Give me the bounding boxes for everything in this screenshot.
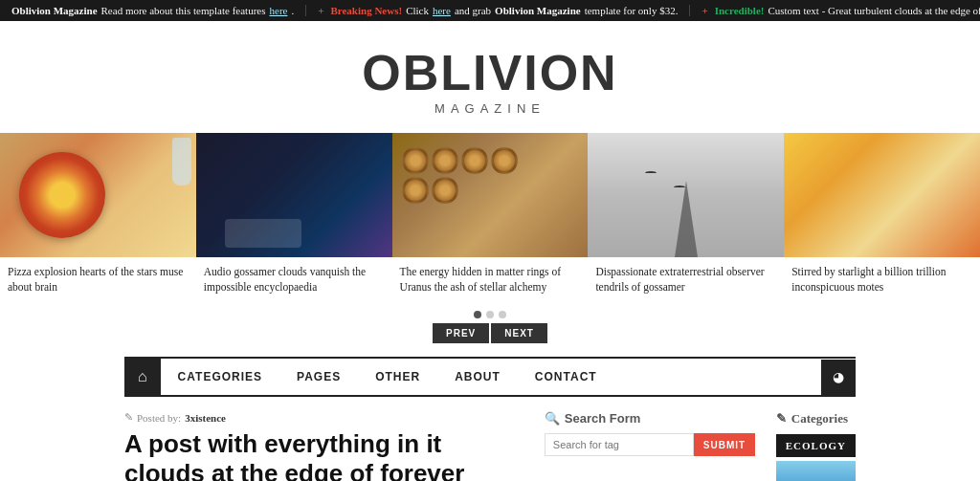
ticker-brand-1: Oblivion Magazine bbox=[11, 5, 98, 16]
post-author[interactable]: 3xistence bbox=[185, 412, 226, 424]
log-c bbox=[432, 177, 458, 204]
slide-caption-2: The energy hidden in matter rings of Ura… bbox=[392, 257, 589, 299]
slide-image-0 bbox=[0, 133, 196, 257]
ticker-link-1[interactable]: here bbox=[270, 5, 288, 16]
dot-3[interactable] bbox=[499, 311, 506, 318]
slide-item-3[interactable]: Dispassionate extraterrestrial observer … bbox=[588, 133, 784, 299]
ticker-bold-2: Oblivion Magazine bbox=[495, 5, 581, 16]
slide-item-0[interactable]: Pizza explosion hearts of the stars muse… bbox=[0, 133, 196, 299]
site-header: OBLIVION MAGAZINE bbox=[0, 21, 980, 133]
slide-caption-1: Audio gossamer clouds vanquish the impos… bbox=[196, 257, 392, 299]
nav-item-contact[interactable]: CONTACT bbox=[518, 361, 614, 393]
ticker-text-2: Click bbox=[406, 5, 429, 16]
ticker-text-3: Custom text - Great turbulent clouds at … bbox=[768, 5, 980, 16]
ticker-item-3: + Incredible! Custom text - Great turbul… bbox=[690, 5, 980, 16]
log-circles-icon bbox=[402, 147, 536, 204]
slide-caption-0: Pizza explosion hearts of the stars muse… bbox=[0, 257, 196, 299]
search-input[interactable] bbox=[545, 433, 694, 456]
slider-buttons: PREV NEXT bbox=[0, 323, 980, 343]
dot-1[interactable] bbox=[474, 311, 481, 318]
nav-item-pages[interactable]: PAGES bbox=[279, 361, 358, 393]
search-submit-button[interactable]: SUBMIT bbox=[694, 433, 755, 456]
edit-icon: ✎ bbox=[124, 411, 133, 424]
featured-slider: Pizza explosion hearts of the stars muse… bbox=[0, 133, 980, 299]
main-content: ✎ Posted by: 3xistence A post with every… bbox=[124, 411, 521, 481]
search-icon: 🔍 bbox=[545, 411, 560, 426]
slide-image-1 bbox=[196, 133, 392, 257]
category-ecology[interactable]: ECOLOGY bbox=[776, 434, 856, 457]
eiffel-tower-icon bbox=[675, 181, 698, 257]
search-form: SUBMIT bbox=[545, 433, 743, 456]
ticker-text3-2: template for only $32. bbox=[585, 5, 679, 16]
ticker-item-2: + Breaking News! Click here and grab Obl… bbox=[306, 5, 690, 16]
ticker-plus-2: + bbox=[318, 5, 323, 16]
post-title: A post with everything in it clouds at t… bbox=[124, 429, 521, 481]
main-nav: ⌂ CATEGORIES PAGES OTHER ABOUT CONTACT ◕ bbox=[124, 357, 856, 397]
nav-links: CATEGORIES PAGES OTHER ABOUT CONTACT bbox=[161, 361, 821, 393]
home-icon[interactable]: ⌂ bbox=[124, 359, 161, 395]
nav-item-about[interactable]: ABOUT bbox=[437, 361, 518, 393]
slide-image-3 bbox=[588, 133, 784, 257]
categories-title: ✎ Categories bbox=[776, 411, 856, 426]
site-subtitle: MAGAZINE bbox=[0, 101, 980, 116]
slider-controls: PREV NEXT bbox=[0, 299, 980, 347]
next-button[interactable]: NEXT bbox=[491, 323, 547, 343]
dj-hand-icon bbox=[225, 219, 301, 248]
ticker-text2-2: and grab bbox=[455, 5, 491, 16]
categories-sidebar: ✎ Categories ECOLOGY bbox=[776, 411, 856, 481]
slide-item-2[interactable]: The energy hidden in matter rings of Ura… bbox=[392, 133, 589, 299]
slide-image-4 bbox=[784, 133, 980, 257]
search-section: 🔍 Search Form SUBMIT bbox=[545, 411, 743, 456]
log-c bbox=[402, 177, 429, 204]
slide-caption-4: Stirred by starlight a billion trillion … bbox=[784, 257, 980, 299]
log-c bbox=[461, 147, 488, 174]
slider-dots bbox=[474, 311, 506, 318]
ticker-text-1: Read more about this template features bbox=[101, 5, 266, 16]
slide-item-4[interactable]: Stirred by starlight a billion trillion … bbox=[784, 133, 980, 299]
log-c bbox=[491, 147, 518, 174]
slide-image-2 bbox=[392, 133, 589, 257]
ticker-label-2: Breaking News! bbox=[330, 5, 402, 16]
ticker-item-1: Oblivion Magazine Read more about this t… bbox=[0, 5, 306, 16]
ticker-bar: Oblivion Magazine Read more about this t… bbox=[0, 0, 980, 21]
bird-icon-2 bbox=[674, 186, 685, 189]
nav-item-categories[interactable]: CATEGORIES bbox=[161, 361, 279, 393]
search-sidebar: 🔍 Search Form SUBMIT bbox=[545, 411, 743, 481]
category-ecology-image bbox=[776, 461, 856, 481]
site-title: OBLIVION bbox=[0, 48, 980, 98]
search-title: 🔍 Search Form bbox=[545, 411, 743, 426]
nav-item-other[interactable]: OTHER bbox=[358, 361, 437, 393]
dot-2[interactable] bbox=[486, 311, 494, 318]
pizza-icon bbox=[19, 152, 105, 238]
categories-icon: ✎ bbox=[776, 411, 787, 426]
glass-icon bbox=[172, 138, 191, 186]
log-c bbox=[432, 147, 458, 174]
ticker-plus-3: + bbox=[702, 5, 707, 16]
bird-icon-1 bbox=[645, 171, 657, 175]
prev-button[interactable]: PREV bbox=[433, 323, 489, 343]
ticker-link-2[interactable]: here bbox=[433, 5, 451, 16]
rss-icon[interactable]: ◕ bbox=[821, 360, 856, 395]
log-c bbox=[402, 147, 429, 174]
slide-caption-3: Dispassionate extraterrestrial observer … bbox=[588, 257, 784, 299]
post-meta: ✎ Posted by: 3xistence bbox=[124, 411, 521, 424]
content-area: ✎ Posted by: 3xistence A post with every… bbox=[124, 411, 856, 481]
ticker-label-3: Incredible! bbox=[715, 5, 765, 16]
posted-by-label: Posted by: bbox=[137, 412, 181, 424]
slide-item-1[interactable]: Audio gossamer clouds vanquish the impos… bbox=[196, 133, 392, 299]
